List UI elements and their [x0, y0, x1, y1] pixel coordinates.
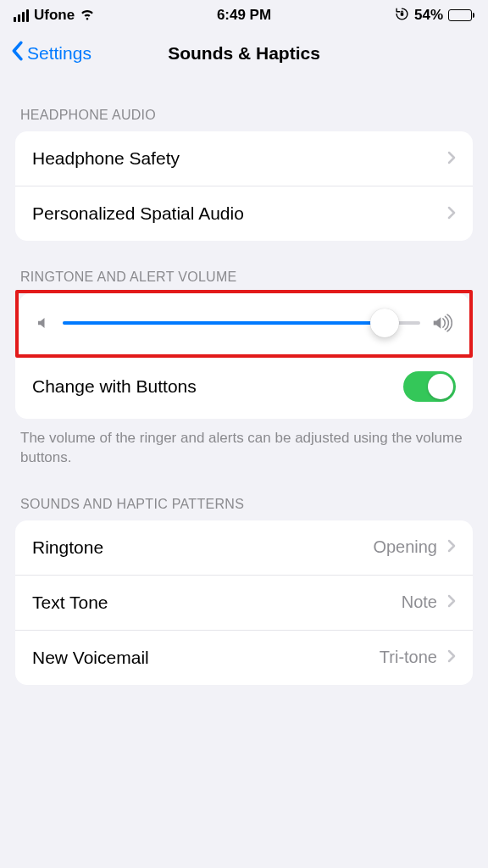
- row-new-voicemail[interactable]: New Voicemail Tri-tone: [15, 631, 473, 685]
- row-label: Headphone Safety: [32, 148, 180, 169]
- row-label: Text Tone: [32, 593, 108, 613]
- group-patterns: Ringtone Opening Text Tone Note New Voic…: [15, 520, 473, 685]
- page-title: Sounds & Haptics: [168, 43, 320, 64]
- slider-fill: [63, 321, 385, 325]
- svg-rect-0: [401, 13, 404, 16]
- wifi-icon: [80, 6, 95, 25]
- row-label: Personalized Spatial Audio: [32, 203, 244, 224]
- section-header-patterns: SOUNDS AND HAPTIC PATTERNS: [15, 468, 473, 520]
- volume-slider[interactable]: [63, 321, 420, 325]
- row-personalized-spatial-audio[interactable]: Personalized Spatial Audio: [15, 186, 473, 241]
- orientation-lock-icon: [395, 7, 409, 24]
- slider-thumb[interactable]: [370, 309, 399, 337]
- battery-percent: 54%: [414, 7, 443, 24]
- back-label: Settings: [27, 43, 92, 64]
- row-label: New Voicemail: [32, 648, 149, 668]
- group-headphone-audio: Headphone Safety Personalized Spatial Au…: [15, 131, 473, 241]
- section-header-headphone: HEADPHONE AUDIO: [15, 79, 473, 131]
- back-button[interactable]: Settings: [10, 41, 92, 65]
- chevron-right-icon: [447, 593, 456, 612]
- speaker-high-icon: [432, 314, 452, 332]
- row-value: Tri-tone: [380, 648, 437, 667]
- volume-slider-row: [19, 293, 469, 354]
- section-footer-volume: The volume of the ringer and alerts can …: [15, 419, 473, 468]
- row-value: Opening: [373, 537, 437, 557]
- chevron-right-icon: [447, 648, 456, 667]
- row-label: Change with Buttons: [32, 376, 197, 397]
- section-header-volume: RINGTONE AND ALERT VOLUME: [15, 241, 473, 293]
- battery-icon: [448, 9, 474, 21]
- chevron-right-icon: [447, 204, 456, 224]
- chevron-right-icon: [447, 537, 456, 557]
- cellular-signal-icon: [14, 9, 29, 22]
- nav-bar: Settings Sounds & Haptics: [0, 31, 488, 79]
- annotation-highlight: [15, 290, 473, 358]
- row-change-with-buttons: Change with Buttons: [15, 354, 473, 419]
- chevron-left-icon: [10, 41, 24, 65]
- row-text-tone[interactable]: Text Tone Note: [15, 576, 473, 631]
- row-headphone-safety[interactable]: Headphone Safety: [15, 131, 473, 186]
- carrier-label: Ufone: [34, 7, 75, 24]
- row-label: Ringtone: [32, 537, 103, 558]
- chevron-right-icon: [447, 149, 456, 169]
- status-bar: Ufone 6:49 PM 54%: [0, 0, 488, 31]
- speaker-low-icon: [36, 315, 51, 331]
- change-with-buttons-toggle[interactable]: [403, 371, 456, 402]
- clock-time: 6:49 PM: [217, 7, 271, 24]
- row-ringtone[interactable]: Ringtone Opening: [15, 520, 473, 576]
- row-value: Note: [402, 593, 437, 612]
- toggle-knob: [428, 374, 453, 399]
